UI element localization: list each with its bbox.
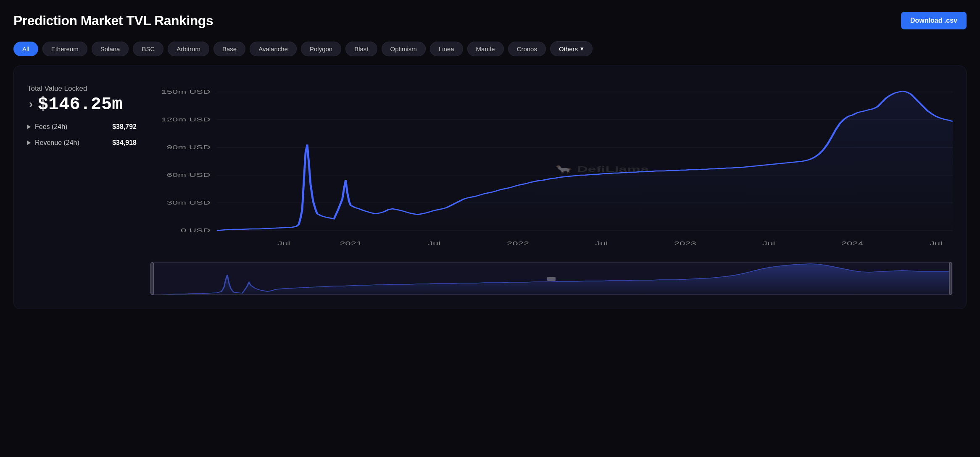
svg-text:Jul: Jul: [595, 241, 608, 246]
fees-chevron-icon: [27, 125, 31, 129]
svg-text:0 USD: 0 USD: [181, 228, 210, 233]
filter-btn-all[interactable]: All: [13, 42, 38, 56]
range-overlay[interactable]: [154, 262, 949, 295]
tvl-value: › $146.25m: [27, 95, 137, 115]
filter-btn-optimism[interactable]: Optimism: [382, 42, 426, 56]
filter-btn-cronos[interactable]: Cronos: [508, 42, 546, 56]
others-dropdown-button[interactable]: Others▾: [550, 41, 593, 56]
filter-btn-avalanche[interactable]: Avalanche: [250, 42, 297, 56]
svg-text:2024: 2024: [841, 241, 864, 246]
filter-btn-ethereum[interactable]: Ethereum: [42, 42, 87, 56]
filter-row: AllEthereumSolanaBSCArbitrumBaseAvalanch…: [13, 41, 967, 56]
svg-text:Jul: Jul: [762, 241, 775, 246]
chevron-down-icon: ▾: [580, 45, 584, 53]
download-csv-button[interactable]: Download .csv: [901, 12, 967, 29]
svg-text:90m USD: 90m USD: [167, 144, 210, 150]
filter-btn-solana[interactable]: Solana: [92, 42, 129, 56]
stats-panel: Total Value Locked › $146.25m Fees (24h)…: [27, 79, 137, 295]
filter-btn-arbitrum[interactable]: Arbitrum: [168, 42, 209, 56]
svg-text:150m USD: 150m USD: [161, 89, 211, 95]
filter-btn-bsc[interactable]: BSC: [133, 42, 163, 56]
svg-text:120m USD: 120m USD: [161, 117, 211, 122]
revenue-value: $34,918: [112, 139, 137, 147]
mini-chart-wrapper[interactable]: [150, 262, 953, 295]
chart-container: Total Value Locked › $146.25m Fees (24h)…: [13, 66, 967, 309]
revenue-row: Revenue (24h) $34,918: [27, 139, 137, 147]
page-title: Prediction Market TVL Rankings: [13, 13, 213, 29]
chart-svg-wrapper: 150m USD 120m USD 90m USD 60m USD 30m US…: [150, 79, 953, 257]
tvl-chevron-icon: ›: [27, 98, 34, 111]
range-handle-right[interactable]: [949, 262, 952, 295]
svg-text:2023: 2023: [674, 241, 696, 246]
main-chart-svg: 150m USD 120m USD 90m USD 60m USD 30m US…: [150, 79, 953, 256]
svg-text:2022: 2022: [507, 241, 529, 246]
filter-btn-mantle[interactable]: Mantle: [467, 42, 504, 56]
svg-text:Jul: Jul: [428, 241, 441, 246]
filter-btn-base[interactable]: Base: [213, 42, 245, 56]
revenue-chevron-icon: [27, 141, 31, 145]
svg-text:Jul: Jul: [277, 241, 290, 246]
header-row: Prediction Market TVL Rankings Download …: [13, 12, 967, 29]
revenue-label: Revenue (24h): [27, 139, 79, 147]
tvl-label: Total Value Locked: [27, 84, 137, 93]
filter-btn-polygon[interactable]: Polygon: [301, 42, 341, 56]
chart-area: 150m USD 120m USD 90m USD 60m USD 30m US…: [150, 79, 953, 295]
filter-btn-linea[interactable]: Linea: [430, 42, 463, 56]
svg-text:Jul: Jul: [930, 241, 943, 246]
range-handle-left[interactable]: [150, 262, 154, 295]
fees-row: Fees (24h) $38,792: [27, 123, 137, 131]
fees-label: Fees (24h): [27, 123, 67, 131]
svg-text:30m USD: 30m USD: [167, 200, 210, 205]
svg-text:2021: 2021: [340, 241, 362, 246]
fees-value: $38,792: [112, 123, 137, 131]
filter-btn-blast[interactable]: Blast: [345, 42, 377, 56]
svg-text:60m USD: 60m USD: [167, 172, 210, 178]
others-label: Others: [559, 45, 578, 53]
